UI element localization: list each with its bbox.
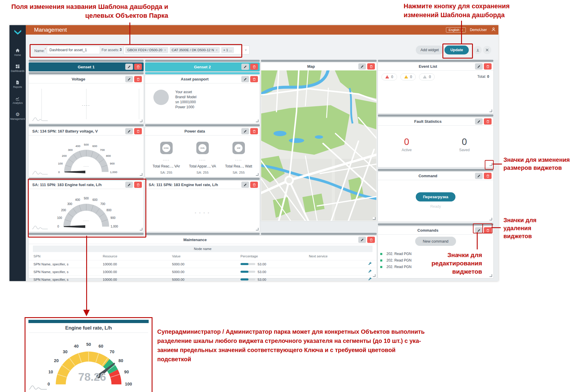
svg-text:100: 100 bbox=[58, 162, 63, 165]
user-avatar-icon[interactable] bbox=[491, 27, 496, 33]
delete-widget-button[interactable] bbox=[134, 76, 142, 82]
add-widget-button[interactable]: Add widget bbox=[416, 46, 444, 54]
sidebar-item-dashboards[interactable]: Dashboards bbox=[11, 64, 25, 72]
widget-title: Asset passport bbox=[181, 77, 209, 81]
name-input[interactable] bbox=[47, 46, 100, 54]
sidebar-item-home[interactable]: Home bbox=[14, 48, 21, 57]
progress-bar bbox=[240, 278, 255, 280]
resize-handle[interactable] bbox=[256, 120, 259, 122]
sparkline-icon bbox=[32, 116, 48, 122]
new-command-button[interactable]: New command bbox=[415, 237, 456, 246]
assets-select[interactable]: GBOX FD24 / D500-20 × CAT 3500E / DK D50… bbox=[123, 46, 250, 54]
maintenance-row[interactable]: SPN Name, specifier, s 10000.00 5000.00 … bbox=[29, 268, 377, 275]
delete-widget-button[interactable] bbox=[250, 76, 258, 82]
edit-widget-button[interactable] bbox=[358, 237, 366, 243]
edit-widget-button[interactable] bbox=[241, 128, 249, 134]
asset-chip[interactable]: GBOX FD24 / D500-20 × bbox=[125, 47, 168, 53]
page: Поля изменения названия Шаблона дашборда… bbox=[0, 0, 581, 392]
maintenance-row[interactable]: SPN Name, specifier, s 10000.00 5000.00 … bbox=[29, 260, 377, 268]
resize-handle[interactable] bbox=[489, 109, 492, 112]
logo-icon[interactable] bbox=[13, 29, 22, 36]
edit-widget-button[interactable] bbox=[125, 128, 133, 134]
delete-widget-button[interactable] bbox=[484, 173, 492, 179]
pencil-icon bbox=[243, 183, 247, 187]
edit-widget-button[interactable] bbox=[358, 63, 366, 70]
delete-widget-button[interactable] bbox=[134, 64, 142, 70]
widget-genset2-header[interactable]: Genset 2 bbox=[145, 62, 260, 71]
event-badge-critical[interactable]: 0 bbox=[381, 73, 397, 80]
maintenance-row[interactable]: SPN Name, specifier, s 10000.00 5000.00 … bbox=[29, 275, 377, 283]
sidebar-item-management[interactable]: ⚙ Management bbox=[10, 112, 25, 120]
resize-handle[interactable] bbox=[373, 217, 375, 220]
column-separator bbox=[378, 114, 493, 117]
map-image[interactable] bbox=[261, 70, 376, 221]
edit-widget-button[interactable] bbox=[241, 182, 249, 188]
delete-widget-button[interactable] bbox=[134, 128, 142, 134]
resize-handle[interactable] bbox=[373, 274, 375, 277]
remove-chip-icon[interactable]: × bbox=[164, 48, 166, 52]
update-button[interactable]: Update bbox=[444, 46, 469, 54]
edit-widget-button[interactable] bbox=[125, 64, 133, 70]
resize-handle[interactable] bbox=[140, 120, 142, 122]
edit-widget-button[interactable] bbox=[241, 76, 249, 82]
name-label: Name:* bbox=[34, 48, 46, 53]
delete-widget-button[interactable] bbox=[134, 182, 142, 188]
power-label: Total Appar..., VA bbox=[189, 164, 216, 168]
svg-text:200: 200 bbox=[61, 209, 66, 212]
remove-chip-icon[interactable]: × bbox=[216, 48, 217, 52]
close-button[interactable] bbox=[483, 46, 491, 54]
widget-title: Commands bbox=[418, 228, 439, 233]
command-status-dot bbox=[380, 266, 382, 268]
delete-widget-button[interactable] bbox=[484, 63, 492, 70]
resize-handle[interactable] bbox=[140, 228, 142, 230]
svg-text:100: 100 bbox=[125, 382, 132, 386]
edit-widget-button[interactable] bbox=[241, 64, 249, 70]
delete-widget-button[interactable] bbox=[484, 118, 492, 125]
edit-widget-button[interactable] bbox=[125, 182, 133, 188]
delete-widget-button[interactable] bbox=[367, 63, 375, 70]
sidebar-item-reports[interactable]: Reports bbox=[13, 80, 22, 88]
edit-widget-button[interactable] bbox=[475, 63, 483, 70]
asset-chip-more[interactable]: + 1 ... bbox=[221, 47, 234, 53]
event-badge-warning[interactable]: 0 bbox=[400, 73, 416, 80]
widget-maintenance: Maintenance Node name SPN Resource Value… bbox=[29, 236, 377, 278]
resize-handle[interactable] bbox=[256, 228, 259, 230]
svg-text:600: 600 bbox=[92, 198, 97, 201]
asset-chip[interactable]: CAT 3500E / DK D500-12 N × bbox=[170, 47, 220, 53]
annotation-edit-note: Значки для редактирования виджетов bbox=[420, 251, 482, 276]
resize-handle[interactable] bbox=[489, 163, 492, 166]
resize-handle[interactable] bbox=[256, 173, 259, 176]
cell-percentage: 53.00 bbox=[258, 262, 266, 266]
column-header-value: Value bbox=[172, 254, 240, 258]
wrench-icon[interactable] bbox=[368, 277, 372, 282]
resize-handle[interactable] bbox=[489, 218, 492, 220]
saved-label: Saved bbox=[459, 148, 469, 152]
cell-spn: SPN Name, specifier, s bbox=[33, 278, 103, 281]
edit-widget-button[interactable] bbox=[475, 173, 483, 179]
delete-widget-button[interactable] bbox=[484, 227, 492, 233]
column-header-spn: SPN bbox=[33, 254, 103, 258]
event-badge-info[interactable]: 0 bbox=[419, 73, 435, 80]
download-button[interactable] bbox=[474, 46, 482, 54]
column-separator bbox=[378, 169, 493, 171]
language-selector[interactable]: English ∨ bbox=[446, 27, 466, 33]
delete-widget-button[interactable] bbox=[250, 128, 258, 134]
reboot-command-button[interactable]: Перезагрузка bbox=[416, 192, 455, 201]
edit-widget-button[interactable] bbox=[475, 118, 483, 125]
delete-widget-button[interactable] bbox=[250, 64, 258, 70]
asset-chip-label: GBOX FD24 / D500-20 bbox=[127, 48, 162, 52]
sidebar-item-analytics[interactable]: Analytics bbox=[12, 96, 23, 104]
resize-handle[interactable] bbox=[489, 274, 492, 277]
wrench-icon[interactable] bbox=[368, 262, 372, 266]
trash-icon bbox=[137, 78, 140, 81]
delete-widget-button[interactable] bbox=[250, 182, 258, 188]
voltage-chart: ---- bbox=[29, 83, 144, 123]
resize-handle[interactable] bbox=[140, 173, 142, 176]
wrench-icon[interactable] bbox=[368, 270, 372, 274]
passport-line: sn 10001000 bbox=[175, 100, 196, 105]
svg-text:800: 800 bbox=[106, 154, 111, 157]
delete-widget-button[interactable] bbox=[367, 237, 375, 243]
edit-widget-button[interactable] bbox=[475, 227, 483, 233]
widget-genset1-header[interactable]: Genset 1 bbox=[29, 62, 144, 71]
edit-widget-button[interactable] bbox=[125, 76, 133, 82]
